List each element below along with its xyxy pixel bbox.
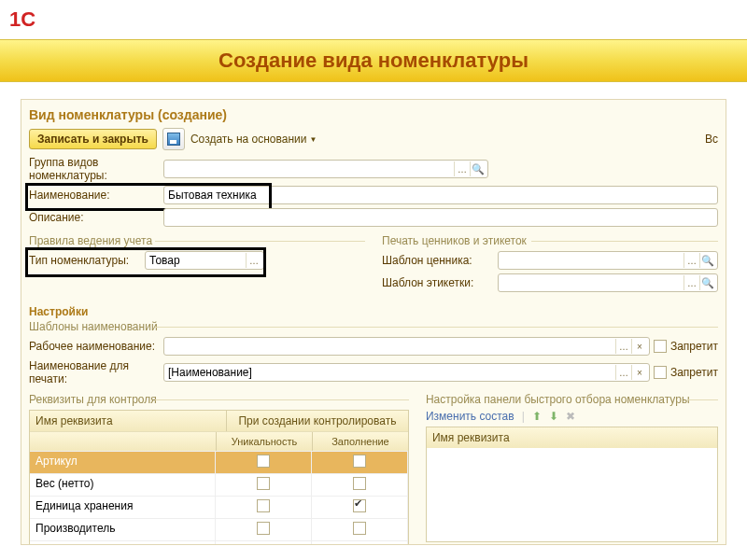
label-tpl-input[interactable]: … 🔍	[498, 273, 718, 292]
print-section-title: Печать ценников и этикеток	[382, 234, 718, 247]
settings-heading: Настройки	[29, 305, 718, 318]
top-bar: 1С	[0, 0, 747, 39]
fill-checkbox[interactable]	[353, 455, 366, 468]
unique-checkbox[interactable]	[257, 499, 270, 512]
col-group: При создании контролировать	[227, 411, 408, 431]
price-tag-input[interactable]: … 🔍	[498, 251, 718, 270]
work-name-label: Рабочее наименование:	[29, 340, 160, 353]
fill-checkbox[interactable]	[353, 522, 366, 535]
move-up-icon[interactable]: ⬆	[532, 410, 542, 423]
req-name: Вес (нетто)	[30, 474, 216, 496]
req-name: Производитель	[30, 519, 216, 540]
req-name: Складская группа	[30, 541, 216, 545]
quick-filter-title: Настройка панели быстрого отбора номенкл…	[426, 393, 718, 406]
group-input[interactable]: … 🔍	[163, 160, 488, 178]
req-name: Артикул	[30, 452, 216, 473]
group-label: Группа видов номенклатуры:	[29, 156, 160, 182]
col-unique: Уникальность	[217, 432, 313, 451]
window-title: Вид номенклатуры (создание)	[29, 107, 718, 122]
requisites-title: Реквизиты для контроля	[29, 393, 409, 406]
table-row[interactable]: Единица хранения	[30, 496, 408, 518]
disk-icon	[167, 133, 180, 146]
work-name-input[interactable]: … ×	[163, 337, 650, 356]
change-composition-link[interactable]: Изменить состав	[426, 410, 514, 423]
table-row[interactable]: Вес (нетто)	[30, 473, 408, 496]
table-row[interactable]: Производитель	[30, 518, 408, 540]
table-row[interactable]: Артикул	[30, 451, 408, 473]
quick-filter-table: Имя реквизита	[426, 427, 718, 542]
ellipsis-icon[interactable]: …	[454, 161, 470, 176]
forbid-work-checkbox[interactable]	[654, 340, 667, 353]
fill-checkbox[interactable]	[353, 499, 366, 512]
save-button[interactable]	[162, 128, 185, 150]
req-name: Единица хранения	[30, 497, 216, 518]
desc-input[interactable]	[163, 208, 718, 227]
clear-icon[interactable]: ×	[631, 339, 647, 354]
all-actions-link[interactable]: Вс	[705, 133, 718, 146]
ellipsis-icon[interactable]: …	[246, 253, 261, 268]
ellipsis-icon[interactable]: …	[615, 365, 631, 380]
name-templates-title: Шаблоны наименований	[29, 320, 718, 333]
clear-icon[interactable]: ×	[631, 365, 647, 380]
col-name: Имя реквизита	[30, 411, 227, 431]
forbid-print-checkbox[interactable]	[654, 366, 667, 379]
label-tpl-label: Шаблон этикетки:	[382, 276, 494, 289]
name-label: Наименование:	[29, 189, 160, 202]
qf-col-name: Имя реквизита	[427, 427, 717, 448]
app-window: Вид номенклатуры (создание) Записать и з…	[21, 99, 726, 545]
col-fill: Заполнение	[313, 432, 408, 451]
create-based-on-dropdown[interactable]: Создать на основании ▼	[190, 133, 317, 146]
ellipsis-icon[interactable]: …	[684, 253, 699, 268]
unique-checkbox[interactable]	[257, 455, 270, 468]
delete-icon[interactable]: ✖	[566, 410, 575, 423]
logo: 1С	[9, 7, 35, 32]
move-down-icon[interactable]: ⬇	[549, 410, 558, 423]
page-title: Создание вида номенклатуры	[218, 49, 529, 73]
desc-label: Описание:	[29, 211, 160, 224]
unique-checkbox[interactable]	[257, 477, 270, 490]
type-input[interactable]: Товар …	[145, 251, 264, 270]
print-name-label: Наименование для печати:	[29, 359, 160, 385]
requisites-table: Имя реквизита При создании контролироват…	[29, 410, 409, 545]
price-tag-label: Шаблон ценника:	[382, 254, 494, 267]
name-input[interactable]: Бытовая техника	[163, 186, 718, 204]
search-icon[interactable]: 🔍	[470, 161, 486, 176]
unique-checkbox[interactable]	[257, 522, 270, 535]
type-label: Тип номенклатуры:	[29, 254, 141, 267]
ellipsis-icon[interactable]: …	[684, 275, 699, 290]
print-name-input[interactable]: [Наименование] … ×	[163, 363, 650, 382]
save-and-close-button[interactable]: Записать и закрыть	[29, 129, 157, 149]
fill-checkbox[interactable]	[353, 477, 366, 490]
title-band: Создание вида номенклатуры	[0, 39, 747, 82]
rules-section-title: Правила ведения учета	[29, 234, 365, 247]
table-row[interactable]: Складская группа	[30, 540, 408, 545]
search-icon[interactable]: 🔍	[699, 275, 715, 290]
toolbar: Записать и закрыть Создать на основании …	[29, 128, 718, 150]
ellipsis-icon[interactable]: …	[615, 339, 631, 354]
unique-checkbox[interactable]	[257, 544, 270, 545]
fill-checkbox[interactable]	[353, 544, 366, 545]
chevron-down-icon: ▼	[309, 135, 317, 144]
search-icon[interactable]: 🔍	[699, 253, 715, 268]
